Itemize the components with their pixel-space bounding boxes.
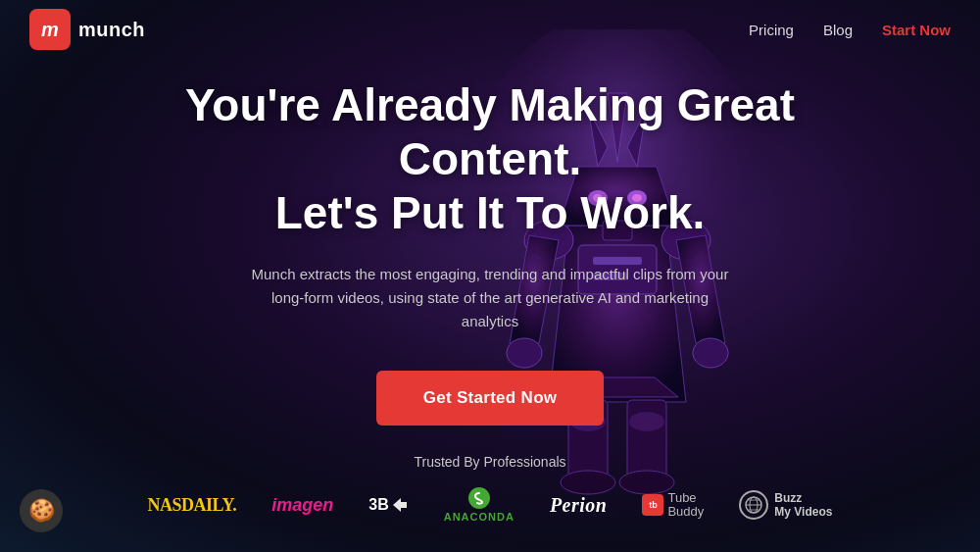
cookie-consent-icon[interactable]: 🍪	[20, 489, 63, 532]
start-now-link[interactable]: Start Now	[882, 22, 951, 38]
logo-icon: m	[29, 9, 71, 50]
logos-row: NASDAILY. imagen 3B ANACONDA Perion	[128, 487, 853, 523]
3bs-logo: 3B	[368, 496, 408, 514]
imagen-logo: imagen	[271, 495, 333, 516]
trusted-section: Trusted By Professionals NASDAILY. image…	[0, 454, 980, 523]
hero-title: You're Already Making Great Content. Let…	[157, 78, 823, 241]
anaconda-logo: ANACONDA	[444, 487, 514, 523]
header: m munch Pricing Blog Start Now	[0, 0, 980, 59]
navigation: Pricing Blog Start Now	[749, 22, 951, 38]
get-started-button[interactable]: Get Started Now	[376, 371, 605, 426]
hero-subtitle: Munch extracts the most engaging, trendi…	[245, 263, 735, 333]
buzzmyvideos-logo: Buzz My Videos	[739, 490, 832, 520]
buzzmyvideos-globe-icon	[744, 495, 763, 515]
blog-link[interactable]: Blog	[823, 22, 853, 38]
pricing-link[interactable]: Pricing	[749, 22, 794, 38]
logo[interactable]: m munch	[29, 9, 145, 50]
perion-logo: Perion	[550, 494, 608, 517]
trusted-label: Trusted By Professionals	[414, 454, 565, 470]
tubebuddy-logo: tb Tube Buddy	[642, 491, 704, 520]
3bs-arrow-icon	[391, 496, 409, 514]
nasdaily-logo: NASDAILY.	[148, 495, 237, 516]
logo-text: munch	[78, 19, 145, 41]
anaconda-snake-icon	[472, 491, 486, 505]
hero-section: You're Already Making Great Content. Let…	[0, 78, 980, 426]
